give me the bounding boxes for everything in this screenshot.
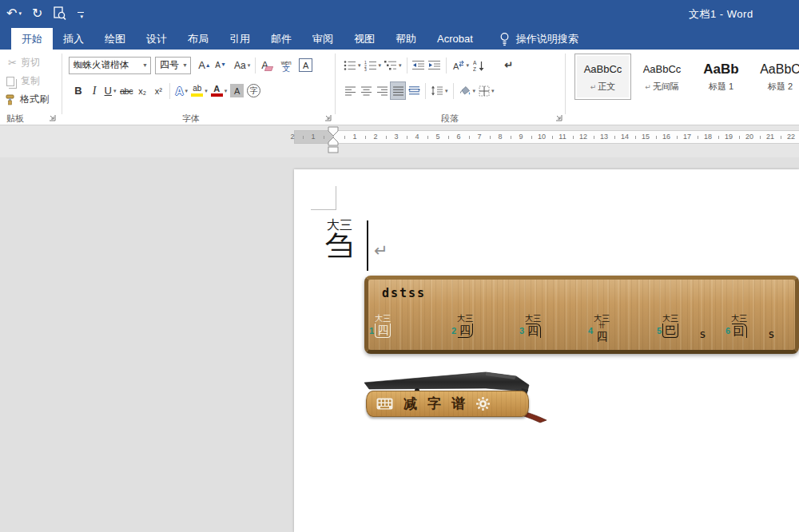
paragraph-row-2: ▾ ▾ ▾ — [342, 81, 496, 100]
style-normal[interactable]: AaBbCc ↵正文 — [574, 54, 631, 100]
ime-candidate-2[interactable]: 2大三四 — [451, 315, 473, 338]
enclose-characters-button[interactable]: 字 — [245, 81, 262, 100]
style-no-spacing[interactable]: AaBbCc ↵无间隔 — [634, 54, 690, 100]
tell-me-search[interactable]: 操作说明搜索 — [499, 28, 578, 50]
clear-formatting-button[interactable]: A — [259, 56, 275, 74]
ruler-number: 7 — [477, 132, 481, 142]
ruler-tick — [698, 136, 698, 139]
bullets-button[interactable]: ▾ — [342, 56, 363, 74]
underline-button[interactable]: U▾ — [102, 81, 118, 100]
tab-home[interactable]: 开始 — [11, 28, 53, 50]
candidate-number: 3 — [519, 326, 524, 335]
customize-quick-access-icon[interactable]: ▾ — [78, 12, 84, 19]
ruler-number: 20 — [745, 132, 753, 142]
paragraph-mark: ↵ — [374, 241, 388, 260]
align-left-button[interactable] — [342, 81, 358, 100]
superscript-button[interactable]: x² — [150, 81, 166, 100]
borders-button[interactable]: ▾ — [477, 81, 496, 100]
align-right-button[interactable] — [374, 81, 390, 100]
tell-me-label: 操作说明搜索 — [516, 32, 578, 46]
borders-icon — [479, 85, 490, 97]
italic-button[interactable]: I — [86, 81, 102, 100]
phonetic-guide-button[interactable]: wén 文 — [278, 56, 294, 74]
asian-layout-button[interactable]: A ▾ — [450, 56, 471, 74]
ruler-tick — [407, 136, 407, 139]
repeat-icon[interactable]: ↻ — [32, 4, 42, 23]
copy-button[interactable]: 复制 — [6, 74, 40, 88]
text-effects-button[interactable]: A▾ — [173, 81, 189, 100]
separator — [446, 58, 447, 73]
change-case-button[interactable]: Aa▾ — [233, 56, 252, 74]
ruler-tick — [635, 136, 636, 139]
format-painter-button[interactable]: 格式刷 — [5, 93, 49, 106]
style-heading-2[interactable]: AaBbC 标题 2 — [752, 54, 799, 100]
tab-references[interactable]: 引用 — [219, 28, 260, 50]
tab-acrobat[interactable]: Acrobat — [427, 28, 483, 50]
sort-button[interactable]: AZ — [471, 56, 487, 74]
font-size-combo[interactable]: 四号▼ — [155, 57, 191, 74]
strikethrough-button[interactable]: abc — [118, 81, 134, 100]
indent-markers[interactable] — [327, 126, 340, 157]
separator — [453, 83, 454, 99]
undo-button[interactable]: ↶▾ — [6, 4, 22, 23]
character-border-button[interactable]: A — [297, 56, 314, 74]
gear-icon[interactable] — [475, 396, 491, 411]
tab-review[interactable]: 审阅 — [302, 28, 344, 50]
ruler-number: 8 — [498, 132, 502, 142]
tab-help[interactable]: 帮助 — [385, 28, 427, 50]
ruler-tick — [469, 136, 470, 139]
justify-button[interactable] — [390, 81, 406, 100]
ime-candidate-panel[interactable]: dstss 1大三四2大三四3大三四4大三卄四5大三巴s6大三囙s — [364, 276, 799, 354]
ime-candidate-4[interactable]: 4大三卄四 — [588, 315, 610, 343]
numbering-button[interactable]: 123 ▾ — [363, 56, 384, 74]
paragraph-row-1: ▾ 123 ▾ ▾ — [342, 56, 517, 74]
ruler-tick — [490, 136, 491, 139]
jianzipu-glyph: 大三四 — [375, 315, 391, 338]
ruler-tick — [365, 136, 366, 139]
font-color-button[interactable]: A▾ — [209, 81, 229, 100]
style-heading-1[interactable]: AaBb 标题 1 — [693, 54, 749, 100]
paragraph-dialog-launcher[interactable] — [555, 113, 563, 122]
print-preview-icon[interactable] — [53, 6, 67, 22]
tab-mailings[interactable]: 邮件 — [260, 28, 302, 50]
shrink-font-button[interactable]: A▲ — [213, 56, 229, 74]
multilevel-list-button[interactable]: ▾ — [383, 56, 403, 74]
shading-button[interactable]: ▾ — [457, 81, 478, 100]
tab-insert[interactable]: 插入 — [53, 28, 94, 50]
ime-candidate-5[interactable]: 5大三巴s — [657, 315, 706, 340]
bold-button[interactable]: B — [70, 81, 86, 100]
font-dialog-launcher[interactable] — [324, 113, 332, 122]
ime-candidate-1[interactable]: 1大三四 — [369, 315, 391, 338]
text-highlight-button[interactable]: ab▾ — [189, 81, 209, 100]
ime-status-toolbar[interactable]: 减 字 谱 — [358, 369, 558, 425]
character-shading-button[interactable]: A — [229, 81, 245, 100]
justify-icon — [393, 86, 403, 96]
cut-button[interactable]: ✂ 剪切 — [8, 56, 40, 69]
ime-candidate-6[interactable]: 6大三囙s — [725, 315, 775, 340]
ruler-number: 2 — [373, 132, 377, 142]
line-spacing-button[interactable]: ▾ — [429, 81, 450, 100]
grow-font-button[interactable]: A▲ — [197, 56, 213, 74]
ruler-number: 15 — [642, 132, 650, 142]
subscript-button[interactable]: x₂ — [134, 81, 150, 100]
tab-design[interactable]: 设计 — [136, 28, 177, 50]
horizontal-ruler[interactable]: 2112345678910111213141516171819202122 — [0, 125, 799, 157]
tab-draw[interactable]: 绘图 — [94, 28, 136, 50]
ime-candidate-3[interactable]: 3大三四 — [519, 315, 541, 338]
candidate-number: 4 — [588, 326, 593, 335]
increase-indent-button[interactable] — [427, 56, 443, 74]
tab-view[interactable]: 视图 — [344, 28, 385, 50]
ime-name-char: 谱 — [451, 395, 465, 413]
clipboard-dialog-launcher[interactable] — [48, 113, 57, 122]
margin-corner-mark — [311, 186, 336, 210]
show-hide-marks-button[interactable]: ↵ — [501, 56, 517, 74]
tab-layout[interactable]: 布局 — [177, 28, 219, 50]
candidate-number: 1 — [369, 326, 374, 335]
font-name-combo[interactable]: 蜘蛛火谱楷体▼ — [69, 57, 151, 74]
ruler-number: 6 — [456, 132, 460, 142]
keyboard-icon[interactable] — [376, 398, 393, 410]
align-center-button[interactable] — [358, 81, 374, 100]
decrease-indent-button[interactable] — [411, 56, 427, 74]
distribute-button[interactable] — [406, 81, 422, 100]
ruler-tick — [344, 136, 345, 139]
